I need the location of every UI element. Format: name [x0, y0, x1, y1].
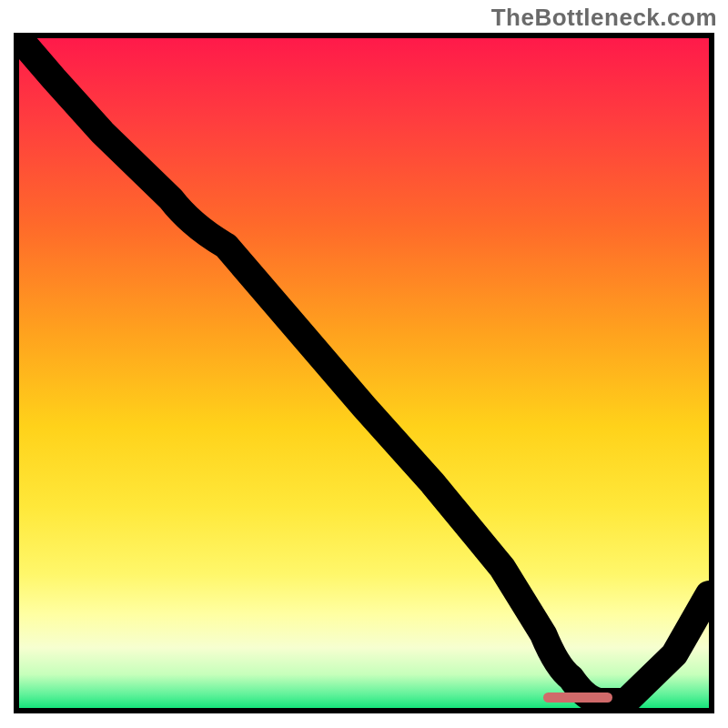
watermark-label: TheBottleneck.com	[491, 4, 717, 32]
optimal-zone-marker	[543, 693, 612, 703]
curve-path	[19, 38, 709, 702]
plot-area	[14, 33, 714, 713]
chart-frame: TheBottleneck.com	[0, 0, 728, 728]
bottleneck-curve	[19, 38, 709, 708]
